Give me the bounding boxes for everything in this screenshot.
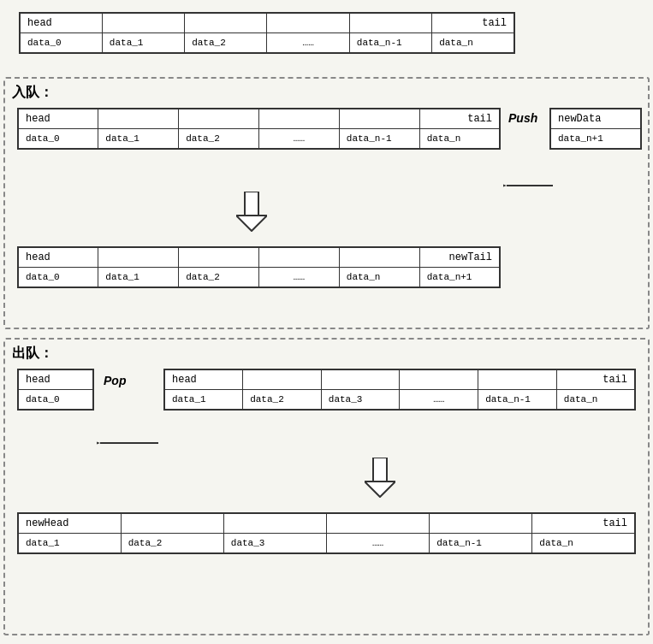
cell: data_1 — [18, 534, 121, 554]
top-array-data-row: data_0 data_1 data_2 …… data_n-1 data_n — [20, 33, 514, 54]
cell — [349, 13, 431, 33]
cell: newHead — [18, 513, 121, 534]
svg-rect-3 — [245, 192, 258, 216]
down-arrow-svg — [236, 192, 267, 233]
cell: data_1 — [102, 33, 184, 54]
cell: tail — [432, 13, 514, 33]
cell — [478, 369, 557, 390]
cell: data_3 — [223, 534, 326, 554]
cell: tail — [556, 369, 635, 390]
enqueue-section: 入队： head tail data_0 data_1 data_2 …… da… — [3, 77, 650, 329]
cell: newData — [550, 109, 641, 129]
top-array: head tail data_0 data_1 data_2 …… data_n… — [19, 12, 515, 54]
cell — [258, 247, 339, 268]
popped-box: head data_0 — [17, 369, 94, 411]
cell: head — [18, 109, 98, 129]
cell — [321, 369, 400, 390]
cell: data_n — [532, 534, 635, 554]
dequeue-down-arrow — [365, 458, 395, 499]
cell: data_n — [432, 33, 514, 54]
cell: data_0 — [18, 129, 98, 150]
cell: data_n+1 — [550, 129, 641, 150]
svg-marker-8 — [365, 482, 395, 497]
cell — [179, 247, 259, 268]
page-container: head tail data_0 data_1 data_2 …… data_n… — [0, 0, 653, 644]
push-arrow — [503, 177, 555, 194]
cell: head — [20, 13, 102, 33]
cell: data_2 — [185, 33, 267, 54]
cell: data_1 — [98, 129, 179, 150]
cell: data_1 — [98, 268, 179, 288]
cell — [98, 247, 179, 268]
cell: data_n — [419, 129, 500, 150]
cell: tail — [532, 513, 635, 534]
cell — [258, 109, 339, 129]
cell — [339, 247, 419, 268]
cell: data_1 — [164, 390, 243, 411]
cell: data_n-1 — [430, 534, 532, 554]
cell — [98, 109, 179, 129]
cell — [243, 369, 322, 390]
cell: head — [164, 369, 243, 390]
cell: data_n-1 — [349, 33, 431, 54]
cell — [185, 13, 267, 33]
svg-rect-7 — [373, 458, 387, 482]
cell: data_0 — [20, 33, 102, 54]
cell: data_n-1 — [339, 129, 419, 150]
cell: head — [18, 369, 93, 390]
cell: newTail — [419, 247, 500, 268]
cell — [102, 13, 184, 33]
cell: data_0 — [18, 268, 98, 288]
cell: data_n-1 — [478, 390, 557, 411]
push-label: Push — [508, 111, 537, 125]
cell: data_n — [339, 268, 419, 288]
cell — [430, 513, 532, 534]
cell: data_0 — [18, 390, 93, 411]
cell: data_2 — [243, 390, 322, 411]
enqueue-array1: head tail data_0 data_1 data_2 …… data_n… — [17, 108, 501, 150]
cell: data_2 — [179, 268, 259, 288]
cell — [179, 109, 259, 129]
cell: data_n+1 — [419, 268, 500, 288]
dequeue-down-arrow-svg — [365, 458, 395, 499]
enqueue-label: 入队： — [12, 84, 53, 102]
cell — [267, 13, 349, 33]
cell: …… — [258, 129, 339, 150]
cell: head — [18, 247, 98, 268]
dequeue-label: 出队： — [12, 345, 53, 363]
cell: data_n — [556, 390, 635, 411]
cell — [223, 513, 326, 534]
cell: …… — [326, 534, 429, 554]
cell — [121, 513, 223, 534]
cell — [326, 513, 429, 534]
cell: data_2 — [121, 534, 223, 554]
cell: …… — [400, 390, 478, 411]
dequeue-section: 出队： Pop head data_0 — [3, 338, 650, 635]
cell: data_2 — [179, 129, 259, 150]
cell — [400, 369, 478, 390]
new-data-box: newData data_n+1 — [549, 108, 642, 150]
cell: …… — [258, 268, 339, 288]
top-array-header-row: head tail — [20, 13, 514, 33]
pop-arrow — [97, 434, 160, 452]
cell: tail — [419, 109, 500, 129]
arrow-left-svg — [503, 177, 555, 194]
cell: data_3 — [321, 390, 400, 411]
dequeue-array2: newHead tail data_1 data_2 data_3 …… dat… — [17, 512, 636, 554]
enqueue-array2: head newTail data_0 data_1 data_2 …… dat… — [17, 246, 501, 288]
pop-label: Pop — [104, 374, 126, 387]
dequeue-array1: head tail data_1 data_2 data_3 …… data_n… — [163, 369, 636, 411]
pop-arrow-svg — [97, 434, 160, 452]
cell: …… — [267, 33, 349, 54]
enqueue-down-arrow — [236, 192, 267, 233]
svg-marker-4 — [236, 216, 267, 231]
cell — [339, 109, 419, 129]
